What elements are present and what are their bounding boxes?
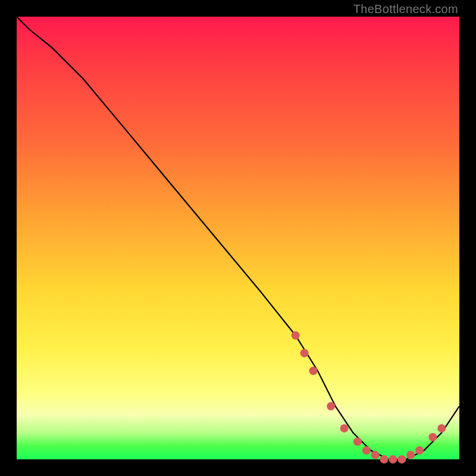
plot-area [17,17,459,459]
curve-marker [327,402,335,411]
curve-marker [371,451,380,459]
curve-marker [437,424,446,433]
curve-marker [300,349,309,357]
curve-svg [17,17,459,459]
curve-marker [353,437,362,446]
bottleneck-curve [17,17,459,459]
curve-marker [397,455,406,464]
curve-marker [292,331,300,340]
curve-marker [362,446,371,455]
curve-markers [292,331,446,464]
curve-marker [428,433,437,441]
curve-marker [389,455,397,464]
curve-marker [406,451,415,459]
curve-marker [309,367,318,375]
curve-marker [415,446,424,455]
curve-marker [380,455,389,464]
watermark-text: TheBottleneck.com [353,2,458,16]
chart-frame: TheBottleneck.com [0,0,476,476]
curve-marker [340,424,349,433]
